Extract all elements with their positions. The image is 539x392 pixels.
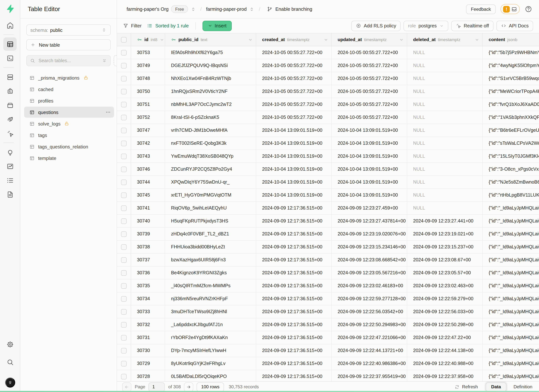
cell-public_id[interactable]: xrETl_HyGY0mPMGVqtOTM [165, 189, 256, 201]
cell-content[interactable]: {"id":"_Id9aLyJpMHQLaiQ0 [483, 331, 539, 344]
cell-content[interactable]: {"id":"rtHbLpgB8V11LUK7152 [483, 189, 539, 201]
row-checkbox[interactable] [121, 257, 127, 263]
row-checkbox[interactable] [121, 322, 127, 327]
row-checkbox[interactable] [121, 192, 127, 198]
cell-id[interactable]: 30747 [131, 124, 165, 137]
cell-content[interactable]: {"id":"_Id9aLyJpMHQLaiQ0 [483, 215, 539, 227]
previous-page-button[interactable] [122, 382, 131, 392]
cell-id[interactable]: 30748 [131, 72, 165, 85]
org-breadcrumb[interactable]: farming-paper's Org Free [127, 5, 196, 13]
cell-deleted_at[interactable]: 2024-09-09 12:22:59.279+00 [407, 292, 483, 305]
cell-public_id[interactable]: IEfA0sRh9hIXf62Y6ga75 [165, 46, 256, 59]
cell-id[interactable]: 30752 [131, 111, 165, 124]
cell-updated_at[interactable]: 2024-09-09 12:22:37.955419+00 [332, 370, 407, 381]
rail-item-database[interactable] [3, 70, 17, 84]
cell-content[interactable]: {"id":"_Id9aLyJpMHQLaiQ0 [483, 267, 539, 279]
cell-deleted_at[interactable]: NULL [407, 163, 483, 176]
rail-item-advisors[interactable] [3, 145, 17, 159]
cell-public_id[interactable]: DGEJfJZPQUV9Q-IBqsNSi [165, 59, 256, 72]
row-checkbox[interactable] [121, 115, 127, 120]
row-checkbox[interactable] [121, 231, 127, 237]
cell-public_id[interactable]: H5uqFKpRUTPkjxdysT3HS [165, 215, 256, 227]
cell-id[interactable]: 30735 [131, 279, 165, 292]
cell-id[interactable]: 30743 [131, 150, 165, 163]
help-button[interactable] [525, 5, 532, 13]
cell-public_id[interactable]: nbMhHL3AP7OcCJymc2wT2 [165, 98, 256, 111]
refresh-button[interactable]: Refresh [452, 384, 480, 390]
cell-id[interactable]: 30736 [131, 267, 165, 279]
schema-select[interactable]: schema:public [26, 24, 111, 36]
rail-item-authentication[interactable] [3, 84, 17, 98]
cell-updated_at[interactable]: 2024-10-04 13:09:01.519+00 [332, 176, 407, 188]
cell-id[interactable]: 30733 [131, 305, 165, 318]
cell-created_at[interactable]: 2024-10-05 00:55:27.722+00 [256, 85, 332, 98]
cell-public_id[interactable]: nj336mN5reuRVNZrKHFpF [165, 292, 256, 305]
filter-button[interactable]: Filter [123, 23, 142, 29]
more-options-icon[interactable] [105, 109, 111, 115]
sidebar-table-tags[interactable]: tags [24, 129, 114, 141]
cell-updated_at[interactable]: 2024-09-09 12:23:27.459+00 [332, 202, 407, 214]
cell-deleted_at[interactable]: NULL [407, 98, 483, 111]
cell-id[interactable]: 30745 [131, 189, 165, 201]
sidebar-table-solve_logs[interactable]: solve_logs [24, 118, 114, 129]
realtime-toggle-button[interactable]: Realtime off [451, 20, 493, 31]
cell-deleted_at[interactable]: NULL [407, 137, 483, 149]
cell-deleted_at[interactable]: NULL [407, 202, 483, 214]
cell-public_id[interactable]: NhXEo1Xw04FnB4RzWTNjb [165, 72, 256, 85]
cell-created_at[interactable]: 2024-09-09 12:17:36.515+00 [256, 215, 332, 227]
cell-id[interactable]: 30742 [131, 137, 165, 149]
cell-created_at[interactable]: 2024-10-05 00:55:27.722+00 [256, 59, 332, 72]
cell-deleted_at[interactable]: 2024-09-09 12:22:47.22+00 [407, 331, 483, 344]
cell-public_id[interactable]: 3muDHTceTWso9IZj8hHNl [165, 305, 256, 318]
row-checkbox[interactable] [121, 244, 127, 250]
cell-created_at[interactable]: 2024-09-09 12:17:36.515+00 [256, 357, 332, 370]
sidebar-filter-button[interactable] [114, 55, 117, 66]
rail-item-edge-functions[interactable] [3, 113, 17, 126]
cell-updated_at[interactable]: 2024-09-09 12:22:40.986386+00 [332, 357, 407, 370]
cell-created_at[interactable]: 2024-10-04 13:09:01.519+00 [256, 176, 332, 188]
cell-updated_at[interactable]: 2024-10-05 00:55:27.722+00 [332, 98, 407, 111]
row-checkbox[interactable] [121, 63, 127, 68]
row-checkbox[interactable] [121, 218, 127, 224]
cell-created_at[interactable]: 2024-09-09 12:17:36.515+00 [256, 253, 332, 266]
cell-created_at[interactable]: 2024-09-09 12:17:36.515+00 [256, 228, 332, 240]
cell-content[interactable]: {"id":"_Id9aLyJpMHQLaiQ0 [483, 318, 539, 331]
cell-updated_at[interactable]: 2024-09-09 12:23:15.234146+00 [332, 241, 407, 253]
cell-updated_at[interactable]: 2024-09-09 12:22:47.221066+00 [332, 331, 407, 344]
row-checkbox[interactable] [121, 76, 127, 81]
cell-created_at[interactable]: 2024-10-04 13:09:01.519+00 [256, 189, 332, 201]
tab-definition[interactable]: Definition [512, 384, 534, 389]
cell-content[interactable]: {"id":"4wyNgK55lOfrpmYZc [483, 59, 539, 72]
rail-item-realtime[interactable] [3, 127, 17, 140]
row-checkbox[interactable] [121, 374, 127, 379]
cell-deleted_at[interactable]: 2024-09-09 12:22:37.958+00 [407, 370, 483, 381]
row-checkbox[interactable] [121, 128, 127, 133]
cell-content[interactable]: {"id":"_Id9aLyJpMHQLaiQ0 [483, 370, 539, 381]
cell-id[interactable]: 30750 [131, 85, 165, 98]
rail-item-home[interactable] [3, 19, 17, 32]
cell-created_at[interactable]: 2024-10-05 00:55:27.722+00 [256, 98, 332, 111]
row-checkbox[interactable] [121, 50, 127, 55]
cell-public_id[interactable]: ZDCunRYJP2CQ5Z8Po2Gy4 [165, 163, 256, 176]
cell-content[interactable]: {"id":"_Id9aLyJpMHQLaiQ0 [483, 305, 539, 318]
cell-content[interactable]: {"id":"S1vrVC5BrB59wqcM4 [483, 72, 539, 85]
cell-id[interactable]: 30731 [131, 331, 165, 344]
cell-created_at[interactable]: 2024-10-04 13:09:01.519+00 [256, 137, 332, 149]
cell-deleted_at[interactable]: NULL [407, 46, 483, 59]
cell-deleted_at[interactable]: NULL [407, 72, 483, 85]
cell-content[interactable]: {"id":"B6tr6eEFLrOVgeUmH [483, 124, 539, 137]
cell-updated_at[interactable]: 2024-10-04 13:09:01.519+00 [332, 150, 407, 163]
cell-id[interactable]: 30738 [131, 241, 165, 253]
select-all-checkbox[interactable] [121, 37, 127, 42]
project-breadcrumb[interactable]: farming-paper-prod [206, 6, 254, 12]
cell-id[interactable]: 30730 [131, 344, 165, 357]
cell-public_id[interactable]: rYbORF2e4YgDt9fKAXaKn [165, 331, 256, 344]
cell-content[interactable]: {"id":"3-O8cn_xPgs0cVxqKE [483, 163, 539, 176]
cell-id[interactable]: 30737 [131, 253, 165, 266]
cell-id[interactable]: 30739 [131, 228, 165, 240]
row-checkbox[interactable] [121, 89, 127, 94]
row-checkbox[interactable] [121, 283, 127, 289]
cell-updated_at[interactable]: 2024-09-09 12:23:27.437814+00 [332, 215, 407, 227]
add-rls-policy-button[interactable]: Add RLS policy [351, 20, 400, 31]
cell-public_id[interactable]: 0L5BAfDaLDl5rQOiqeKPO [165, 370, 256, 381]
